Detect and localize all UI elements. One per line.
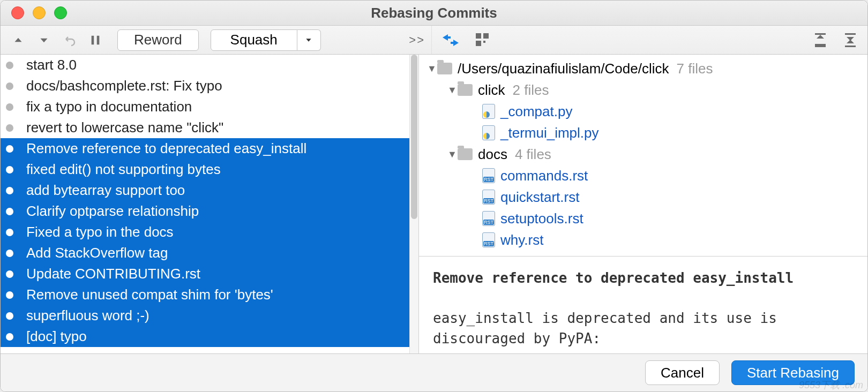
commit-dot-icon	[6, 291, 13, 299]
rst-file-icon	[482, 232, 495, 247]
commit-scrollbar[interactable]	[409, 55, 418, 353]
commit-dot-icon	[6, 124, 13, 132]
svg-rect-5	[483, 41, 485, 43]
tree-row[interactable]: ▼/Users/quazinafiulislam/Code/click7 fil…	[419, 58, 867, 79]
tree-row[interactable]: ▼click2 files	[419, 79, 867, 101]
move-down-button[interactable]	[33, 33, 55, 47]
svg-rect-6	[815, 33, 826, 35]
tree-meta: 7 files	[676, 61, 713, 77]
file-name[interactable]: commands.rst	[500, 168, 588, 184]
commit-message: docs/bashcomplete.rst: Fix typo	[26, 78, 222, 94]
commit-row[interactable]: Fixed a typo in the docs	[1, 222, 409, 243]
commit-message: Remove reference to deprecated easy_inst…	[26, 140, 306, 157]
group-button[interactable]	[472, 33, 494, 47]
file-tree[interactable]: ▼/Users/quazinafiulislam/Code/click7 fil…	[419, 55, 867, 257]
toolbar: Reword Squash >>	[1, 26, 867, 55]
commit-row[interactable]: Add StackOverflow tag	[1, 243, 409, 263]
chevron-down-icon	[304, 36, 313, 44]
commit-message: Remove unused compat shim for 'bytes'	[26, 287, 273, 303]
commit-row[interactable]: start 8.0	[1, 55, 409, 76]
chevron-down-icon	[37, 33, 51, 47]
commit-row[interactable]: fix a typo in documentation	[1, 96, 409, 117]
commit-row[interactable]: Clarify optparse relationship	[1, 201, 409, 222]
commit-message: revert to lowercase name "click"	[26, 119, 223, 136]
pause-button[interactable]	[85, 34, 106, 47]
tree-row[interactable]: quickstart.rst	[419, 186, 867, 208]
commit-row[interactable]: Remove reference to deprecated easy_inst…	[1, 138, 409, 159]
commit-message: Clarify optparse relationship	[26, 203, 199, 220]
compare-button[interactable]	[438, 33, 463, 47]
commit-dot-icon	[6, 62, 13, 69]
commit-dot-icon	[6, 208, 13, 215]
commit-row[interactable]: docs/bashcomplete.rst: Fix typo	[1, 76, 409, 96]
commit-message: add bytearray support too	[26, 182, 185, 199]
tree-row[interactable]: ▼docs4 files	[419, 144, 867, 165]
undo-button[interactable]	[58, 34, 82, 47]
commit-row[interactable]: Remove unused compat shim for 'bytes'	[1, 284, 409, 305]
svg-rect-4	[476, 41, 481, 46]
more-actions-button[interactable]: >>	[409, 33, 425, 47]
python-file-icon	[482, 104, 495, 119]
commit-row[interactable]: Update CONTRIBUTING.rst	[1, 263, 409, 284]
svg-rect-7	[815, 46, 826, 47]
undo-icon	[63, 34, 78, 47]
expand-all-button[interactable]	[810, 33, 831, 47]
file-name[interactable]: quickstart.rst	[500, 189, 579, 206]
toggle-icon[interactable]: ▼	[447, 85, 458, 96]
cancel-button[interactable]: Cancel	[645, 360, 720, 385]
reword-button[interactable]: Reword	[117, 29, 199, 51]
commit-dot-icon	[6, 333, 13, 341]
commit-dot-icon	[6, 145, 13, 153]
folder-icon	[458, 84, 473, 96]
commit-dot-icon	[6, 250, 13, 257]
pause-icon	[89, 34, 101, 47]
rst-file-icon	[482, 168, 495, 183]
commits-panel: start 8.0docs/bashcomplete.rst: Fix typo…	[1, 55, 419, 353]
start-rebasing-button[interactable]: Start Rebasing	[731, 360, 855, 385]
toggle-icon[interactable]: ▼	[447, 149, 458, 160]
tree-row[interactable]: why.rst	[419, 229, 867, 251]
commit-dot-icon	[6, 229, 13, 236]
file-name[interactable]: _compat.py	[500, 103, 572, 120]
commit-row[interactable]: revert to lowercase name "click"	[1, 117, 409, 138]
tree-row[interactable]: commands.rst	[419, 165, 867, 186]
commit-detail: Remove reference to deprecated easy_inst…	[419, 257, 867, 353]
commit-dot-icon	[6, 312, 13, 320]
toggle-icon[interactable]: ▼	[426, 63, 437, 74]
toolbar-left: Reword Squash >>	[1, 29, 431, 51]
commit-row[interactable]: fixed edit() not supporting bytes	[1, 159, 409, 180]
commit-row[interactable]: add bytearray support too	[1, 180, 409, 201]
svg-rect-9	[845, 46, 856, 47]
tree-meta: 2 files	[513, 82, 549, 99]
window-title: Rebasing Commits	[1, 5, 867, 21]
folder-icon	[458, 148, 473, 160]
svg-rect-1	[97, 35, 100, 44]
rebasing-commits-window: Rebasing Commits Reword Squash	[0, 0, 868, 392]
expand-all-icon	[814, 33, 827, 47]
file-name[interactable]: why.rst	[500, 232, 543, 248]
tree-label: click	[478, 82, 505, 99]
rst-file-icon	[482, 190, 495, 205]
collapse-all-icon	[844, 33, 857, 47]
commit-dot-icon	[6, 82, 13, 90]
commit-message: Add StackOverflow tag	[26, 245, 168, 261]
squash-button[interactable]: Squash	[211, 29, 297, 51]
python-file-icon	[482, 125, 495, 140]
squash-dropdown-button[interactable]	[297, 29, 321, 51]
tree-meta: 4 files	[515, 146, 551, 163]
tree-row[interactable]: setuptools.rst	[419, 208, 867, 229]
svg-rect-3	[483, 33, 489, 39]
move-up-button[interactable]	[7, 33, 29, 47]
chevron-up-icon	[11, 33, 25, 47]
file-name[interactable]: setuptools.rst	[500, 210, 583, 227]
commit-row[interactable]: [doc] typo	[1, 326, 409, 347]
rst-file-icon	[482, 211, 495, 226]
commit-list[interactable]: start 8.0docs/bashcomplete.rst: Fix typo…	[1, 55, 409, 353]
tree-row[interactable]: _compat.py	[419, 101, 867, 122]
file-name[interactable]: _termui_impl.py	[500, 125, 599, 141]
collapse-all-button[interactable]	[840, 33, 861, 47]
scrollbar-thumb[interactable]	[411, 55, 417, 219]
tree-row[interactable]: _termui_impl.py	[419, 122, 867, 144]
commit-row[interactable]: superfluous word ;-)	[1, 305, 409, 326]
commit-dot-icon	[6, 187, 13, 194]
